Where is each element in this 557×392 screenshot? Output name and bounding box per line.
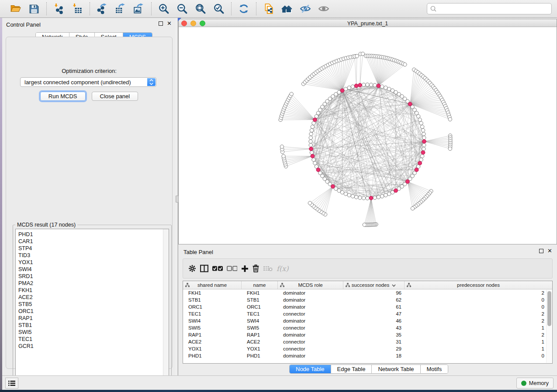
cell-name[interactable]: SWI4	[242, 318, 278, 323]
cell-predecessor-nodes[interactable]: 1	[405, 339, 552, 344]
mcds-result-item[interactable]: FKH1	[18, 287, 169, 294]
zoom-fit-icon[interactable]	[194, 3, 207, 15]
table-tab-edge-table[interactable]: Edge Table	[331, 365, 372, 373]
table-row[interactable]: SWI4SWI4dominator462	[183, 317, 552, 324]
cell-MCDS-role[interactable]: dominator	[278, 304, 343, 309]
add-column-icon[interactable]	[241, 264, 249, 273]
close-panel-icon[interactable]: ✕	[167, 21, 172, 26]
table-tab-motifs[interactable]: Motifs	[421, 365, 448, 373]
table-scrollbar-thumb[interactable]	[547, 291, 551, 326]
cell-shared-name[interactable]: SWI5	[183, 325, 242, 330]
result-list-scrollbar[interactable]	[163, 229, 169, 382]
mcds-result-item[interactable]: TEC1	[18, 336, 169, 343]
cell-MCDS-role[interactable]: connector	[278, 325, 343, 330]
cell-MCDS-role[interactable]: connector	[278, 339, 343, 344]
save-session-icon[interactable]	[28, 3, 40, 15]
first-neighbors-icon[interactable]	[281, 3, 293, 15]
float-panel-icon[interactable]	[159, 21, 163, 26]
mcds-result-item[interactable]: ORC1	[18, 308, 169, 315]
show-all-icon[interactable]	[318, 3, 330, 15]
cell-predecessor-nodes[interactable]: 1	[405, 325, 552, 330]
import-table-icon[interactable]	[71, 3, 83, 15]
cell-successor-nodes[interactable]: 43	[343, 325, 405, 330]
mcds-result-item[interactable]: SWI4	[18, 266, 169, 273]
cell-successor-nodes[interactable]: 29	[343, 346, 405, 351]
cell-successor-nodes[interactable]: 62	[343, 297, 405, 303]
optimization-criterion-dropdown[interactable]: largest connected component (undirected)	[20, 77, 156, 87]
network-window-titlebar[interactable]: YPA_prune.txt_1	[179, 19, 557, 27]
run-mcds-button[interactable]: Run MCDS	[40, 92, 86, 101]
clone-network-icon[interactable]	[263, 3, 275, 15]
zoom-selected-icon[interactable]	[213, 3, 225, 15]
cell-name[interactable]: TEC1	[242, 311, 278, 316]
cell-shared-name[interactable]: TEC1	[183, 311, 242, 316]
mcds-result-item[interactable]: ACE2	[18, 294, 169, 301]
cell-name[interactable]: PHD1	[242, 353, 278, 358]
cell-MCDS-role[interactable]: connector	[278, 346, 343, 351]
column-header-predecessor-nodes[interactable]: predecessor nodes	[405, 281, 552, 289]
export-network-icon[interactable]	[96, 3, 108, 15]
cell-predecessor-nodes[interactable]: 0	[405, 304, 552, 309]
mcds-result-item[interactable]: RAP1	[18, 315, 169, 322]
mcds-result-item[interactable]: STB5	[18, 301, 169, 308]
cell-predecessor-nodes[interactable]: 2	[405, 332, 552, 337]
mcds-result-item[interactable]: STB1	[18, 322, 169, 329]
deselect-all-rows-icon[interactable]	[227, 264, 237, 273]
table-row[interactable]: STB1STB1dominator620	[183, 296, 552, 303]
cell-predecessor-nodes[interactable]: 0	[405, 297, 552, 303]
cell-shared-name[interactable]: PHD1	[183, 353, 242, 358]
mcds-result-item[interactable]: STP4	[18, 245, 169, 252]
cell-successor-nodes[interactable]: 47	[343, 311, 405, 316]
mcds-result-item[interactable]: SWI5	[18, 329, 169, 336]
table-row[interactable]: ORC1ORC1dominator610	[183, 303, 552, 310]
close-panel-button[interactable]: Close panel	[92, 92, 138, 101]
search-input[interactable]	[427, 3, 552, 14]
cell-successor-nodes[interactable]: 18	[343, 353, 405, 358]
cell-shared-name[interactable]: STB1	[183, 297, 242, 303]
table-row[interactable]: TEC1TEC1connector472	[183, 310, 552, 317]
column-header-shared-name[interactable]: shared name	[183, 281, 242, 289]
cell-MCDS-role[interactable]: dominator	[278, 353, 343, 358]
table-row[interactable]: SWI5SWI5connector431	[183, 324, 552, 331]
refresh-view-icon[interactable]	[238, 3, 250, 15]
cell-MCDS-role[interactable]: dominator	[278, 290, 343, 296]
cell-MCDS-role[interactable]: dominator	[278, 318, 343, 323]
zoom-out-icon[interactable]	[176, 3, 188, 15]
network-canvas[interactable]: .e{stroke:#8c8c8c;stroke-width:.6;opacit…	[179, 27, 557, 244]
export-table-icon[interactable]	[114, 3, 127, 15]
cell-shared-name[interactable]: ACE2	[183, 339, 242, 344]
table-row[interactable]: FKH1FKH1dominator962	[183, 289, 552, 296]
mcds-result-item[interactable]: GCR1	[18, 343, 169, 350]
table-row[interactable]: RAP1RAP1dominator352	[183, 331, 552, 338]
cell-predecessor-nodes[interactable]: 1	[405, 346, 552, 351]
mcds-result-item[interactable]: YOX1	[18, 259, 169, 266]
delete-columns-icon[interactable]	[253, 264, 259, 273]
select-all-rows-icon[interactable]	[212, 264, 223, 273]
cell-predecessor-nodes[interactable]: 2	[405, 290, 552, 296]
cell-successor-nodes[interactable]: 96	[343, 290, 405, 296]
cell-shared-name[interactable]: FKH1	[183, 290, 242, 296]
cell-MCDS-role[interactable]: connector	[278, 311, 343, 316]
table-row[interactable]: ACE2ACE2connector311	[183, 338, 552, 345]
table-tab-node-table[interactable]: Node Table	[290, 365, 331, 373]
table-row[interactable]: YOX1YOX1connector291	[183, 345, 552, 352]
export-image-icon[interactable]	[133, 3, 145, 15]
table-settings-icon[interactable]	[188, 264, 196, 273]
column-header-MCDS-role[interactable]: MCDS role	[278, 281, 343, 289]
hide-selected-icon[interactable]	[299, 3, 311, 15]
open-file-icon[interactable]	[10, 3, 22, 15]
cell-name[interactable]: ACE2	[242, 339, 278, 344]
table-row[interactable]: PHD1PHD1dominator180	[183, 352, 552, 359]
mcds-result-list[interactable]: PHD1CAR1STP4TID3YOX1SWI4SRD1PMA2FKH1ACE2…	[15, 229, 169, 382]
cell-predecessor-nodes[interactable]: 2	[405, 311, 552, 316]
cell-shared-name[interactable]: ORC1	[183, 304, 242, 309]
cell-name[interactable]: RAP1	[242, 332, 278, 337]
cell-name[interactable]: FKH1	[242, 290, 278, 296]
mcds-result-item[interactable]: CAR1	[18, 238, 169, 245]
close-table-panel-icon[interactable]: ✕	[547, 249, 552, 253]
cell-successor-nodes[interactable]: 35	[343, 332, 405, 337]
task-history-button[interactable]	[5, 378, 18, 389]
table-scrollbar[interactable]	[546, 290, 552, 363]
cell-MCDS-role[interactable]: dominator	[278, 332, 343, 337]
column-header-successor-nodes[interactable]: successor nodes	[343, 281, 405, 289]
